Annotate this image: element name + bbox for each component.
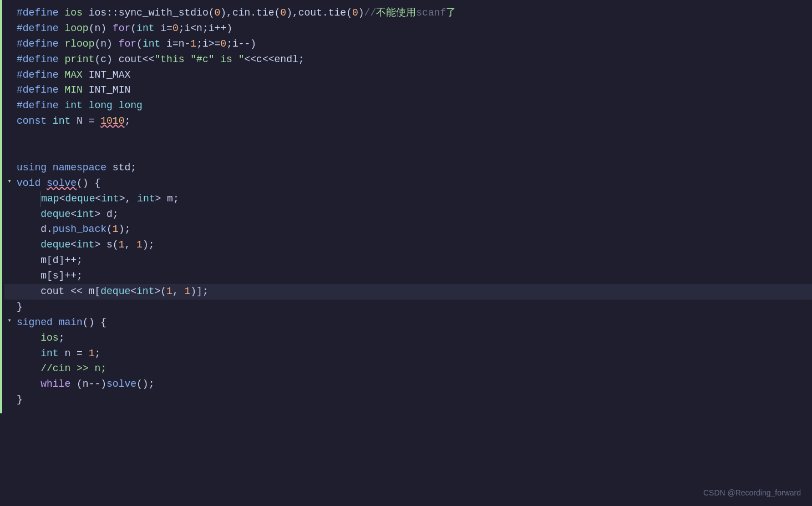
fold-indicator	[4, 145, 14, 145]
fold-indicator	[4, 21, 14, 22]
code-editor: #define ios ios::sync_with_stdio(0),cin.…	[0, 0, 812, 413]
text: d.	[17, 224, 53, 235]
text	[83, 100, 89, 111]
line-content: deque<int> s(1, 1);	[14, 237, 805, 253]
type: int	[64, 100, 82, 111]
keyword: for	[119, 38, 136, 49]
line-content: using namespace std;	[14, 160, 805, 176]
macro-name: MAX	[64, 69, 82, 80]
type: long	[89, 100, 113, 111]
line-content: const int N = 1010;	[14, 114, 805, 129]
comment: //	[364, 7, 377, 18]
comment-zh: 不能使用	[376, 7, 416, 18]
text	[83, 7, 89, 18]
number: 1	[185, 286, 191, 297]
text: ,	[172, 286, 185, 297]
text: );	[119, 224, 131, 235]
text: ,	[124, 239, 136, 250]
fold-indicator	[4, 68, 14, 68]
number: 1010	[100, 115, 124, 126]
text: )	[358, 7, 364, 18]
text: n =	[59, 348, 89, 359]
fold-indicator	[4, 346, 14, 347]
text: m[s]++;	[17, 270, 83, 281]
text: > d;	[94, 209, 118, 220]
text	[17, 239, 40, 250]
text: (n--)	[70, 378, 106, 389]
text: i=	[155, 23, 172, 34]
code-line: d.push_back(1);	[4, 222, 812, 237]
code-line: #define loop(n) for(int i=0;i<n;i++)	[4, 21, 812, 37]
line-content	[14, 145, 805, 160]
fold-indicator	[4, 253, 14, 254]
fold-arrow[interactable]: ▾	[4, 315, 14, 326]
code-line: m[s]++;	[4, 269, 812, 284]
fold-indicator	[4, 52, 14, 53]
macro-name: ios	[40, 332, 58, 343]
text: <	[70, 239, 77, 250]
fold-indicator	[4, 83, 14, 83]
text	[59, 7, 65, 18]
keyword: #define	[17, 69, 59, 80]
watermark: CSDN @Recording_forward	[703, 487, 801, 499]
text	[59, 69, 65, 80]
keyword: signed	[17, 317, 53, 328]
keyword: const	[17, 115, 47, 126]
fold-arrow[interactable]: ▾	[4, 176, 14, 187]
function-call: solve	[106, 378, 136, 389]
text: INT_MIN	[83, 84, 130, 95]
function-name: main	[59, 317, 83, 328]
fold-indicator	[4, 377, 14, 377]
text	[47, 162, 53, 173]
line-content: map<deque<int>, int> m;	[14, 191, 805, 207]
text: > m;	[155, 193, 179, 204]
line-content: #define ios ios::sync_with_stdio(0),cin.…	[14, 6, 805, 21]
macro-name: MIN	[64, 84, 82, 95]
code-line: }	[4, 392, 812, 408]
function-call: push_back	[53, 224, 106, 235]
code-line: deque<int> d;	[4, 207, 812, 222]
fold-indicator	[4, 361, 14, 362]
type: int	[53, 115, 70, 126]
code-line: const int N = 1010;	[4, 114, 812, 129]
keyword: namespace	[53, 162, 106, 173]
type: int	[101, 193, 119, 204]
line-content: #define print(c) cout<<"this "#c" is "<<…	[14, 52, 805, 68]
keyword: void	[17, 178, 40, 189]
text: std;	[106, 162, 136, 173]
code-line: int n = 1;	[4, 346, 812, 362]
text	[47, 115, 53, 126]
code-line: #define rloop(n) for(int i=n-1;i>=0;i--)	[4, 37, 812, 52]
text	[59, 54, 65, 65]
type: int	[136, 23, 154, 34]
keyword: #define	[17, 7, 59, 18]
text: >(	[154, 286, 166, 297]
line-content: d.push_back(1);	[14, 222, 805, 237]
line-content: #define MIN INT_MIN	[14, 83, 805, 98]
code-line: using namespace std;	[4, 160, 812, 176]
text	[59, 23, 65, 34]
text: (n)	[94, 38, 118, 49]
fold-indicator	[4, 37, 14, 37]
number: 0	[352, 7, 358, 18]
macro-name: loop	[64, 23, 88, 34]
text: ),cout.tie(	[286, 7, 352, 18]
text: N =	[70, 115, 100, 126]
type: map	[41, 193, 59, 204]
number: 1	[89, 348, 95, 359]
type: deque	[100, 286, 130, 297]
number: 1	[190, 38, 196, 49]
macro-name: rloop	[64, 38, 94, 49]
line-content: deque<int> d;	[14, 207, 805, 222]
code-line: map<deque<int>, int> m;	[4, 191, 812, 207]
code-line: #define int long long	[4, 98, 812, 114]
code-line: }	[4, 300, 812, 315]
line-content: cout << m[deque<int>(1, 1)];	[14, 284, 805, 300]
fold-indicator	[4, 392, 14, 393]
type: int	[77, 239, 94, 250]
text	[17, 332, 40, 343]
line-content: signed main() {	[14, 315, 805, 331]
fold-indicator	[4, 191, 14, 192]
line-content: m[s]++;	[14, 269, 805, 284]
line-content: #define int long long	[14, 98, 805, 114]
